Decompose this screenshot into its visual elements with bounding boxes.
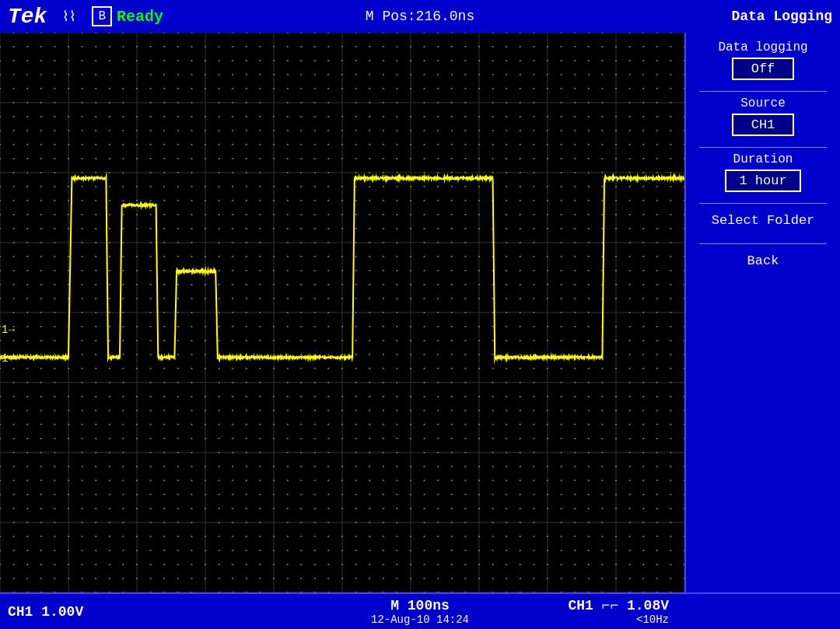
divider-2 xyxy=(699,147,827,148)
data-logging-section: Data logging Off xyxy=(692,40,834,80)
divider-4 xyxy=(699,243,827,244)
right-panel: Data logging Off Source CH1 Duration 1 h… xyxy=(684,33,840,592)
ready-area: B Ready xyxy=(92,6,163,26)
ch1-scale: CH1 1.00V xyxy=(8,604,83,620)
timebase: M 100ns xyxy=(371,598,469,613)
bottom-status-bar: CH1 1.00V M 100ns 12-Aug-10 14:24 CH1 ⌐⌐… xyxy=(0,592,840,629)
data-logging-value[interactable]: Off xyxy=(732,58,794,80)
data-logging-label: Data logging xyxy=(718,40,807,54)
waveform-canvas xyxy=(0,33,684,592)
ch1-level-indicator: 1→ xyxy=(2,323,15,336)
divider-3 xyxy=(699,203,827,204)
trigger-indicator: B xyxy=(92,6,112,26)
oscilloscope-screen: 1→ xyxy=(0,33,684,592)
source-value[interactable]: CH1 xyxy=(732,114,794,136)
datetime: 12-Aug-10 14:24 xyxy=(371,613,469,626)
frequency: <10Hz xyxy=(568,613,669,626)
duration-label: Duration xyxy=(733,152,793,166)
tek-logo: Tek xyxy=(8,5,47,29)
back-button[interactable]: Back xyxy=(740,249,787,273)
bottom-right-info: CH1 ⌐⌐ 1.08V <10Hz xyxy=(568,598,669,626)
position-display: M Pos:216.0ns xyxy=(366,9,474,24)
source-label: Source xyxy=(740,96,786,110)
source-section: Source CH1 xyxy=(692,96,834,136)
trigger-icon: ⌇⌇ xyxy=(62,8,76,25)
select-folder-button[interactable]: Select Folder xyxy=(704,208,823,232)
duration-section: Duration 1 hour xyxy=(692,152,834,192)
status-text: Ready xyxy=(117,8,163,26)
duration-value[interactable]: 1 hour xyxy=(725,169,800,192)
back-section: Back xyxy=(692,249,834,273)
header-bar: Tek ⌇⌇ B Ready M Pos:216.0ns Data Loggin… xyxy=(0,0,840,33)
divider-1 xyxy=(699,91,827,92)
panel-title: Data Logging xyxy=(731,9,832,24)
ch1-trigger-level: CH1 ⌐⌐ 1.08V xyxy=(568,598,669,613)
select-folder-section: Select Folder xyxy=(692,208,834,232)
bottom-center: M 100ns 12-Aug-10 14:24 xyxy=(371,598,469,626)
